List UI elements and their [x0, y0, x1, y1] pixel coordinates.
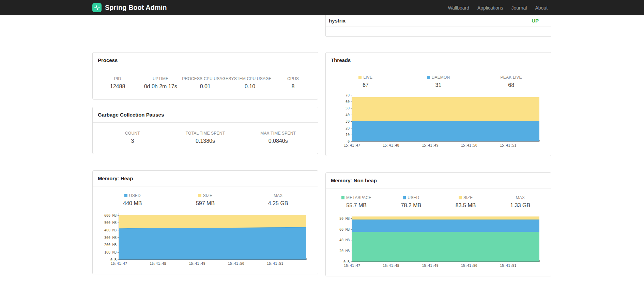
nav-link-wallboard[interactable]: Wallboard	[444, 5, 473, 11]
left-column: Process PID 12488 UPTIME 0d 0h 2m 17s PR…	[92, 52, 318, 274]
panel-title-process: Process	[93, 52, 318, 68]
nav-links: WallboardApplicationsJournalAbout	[444, 5, 552, 11]
gc-metrics: COUNT 3 TOTAL TIME SPENT 0.1380s MAX TIM…	[93, 123, 318, 154]
svg-text:70: 70	[346, 93, 350, 97]
metric: METASPACE 55.7 MB	[329, 195, 384, 209]
metric: SYSTEM CPU USAGE 0.10	[228, 76, 272, 90]
metric-label: USED	[403, 195, 419, 200]
metric: DAEMON 31	[402, 75, 475, 88]
metric-label: CPUS	[287, 76, 299, 81]
metric: USED 440 MB	[96, 193, 169, 207]
memory-nonheap-legend: METASPACE 55.7 MB USED 78.2 MB SIZE 83.5…	[326, 188, 551, 213]
svg-text:15:41:48: 15:41:48	[383, 264, 399, 268]
metric-value: 0.0840s	[269, 138, 288, 144]
metric: UPTIME 0d 0h 2m 17s	[139, 76, 182, 90]
metric-label: COUNT	[125, 131, 140, 136]
panel-memory-heap: Memory: Heap USED 440 MB SIZE 597 MB MAX…	[92, 170, 318, 274]
memory-heap-legend: USED 440 MB SIZE 597 MB MAX 4.25 GB	[93, 186, 318, 211]
metric: SIZE 83.5 MB	[439, 195, 493, 209]
nav-link-applications[interactable]: Applications	[473, 5, 507, 11]
metric-label: SIZE	[459, 195, 473, 200]
svg-text:0 B: 0 B	[110, 258, 117, 262]
metric-value: 55.7 MB	[346, 202, 367, 209]
metric-label: LIVE	[358, 75, 372, 80]
svg-text:15:41:49: 15:41:49	[422, 264, 438, 268]
svg-text:100 MB: 100 MB	[104, 250, 117, 254]
legend-swatch	[198, 194, 201, 197]
metric-value: 3	[131, 138, 134, 144]
svg-text:30: 30	[346, 120, 350, 123]
svg-text:400 MB: 400 MB	[104, 228, 117, 232]
metric-label: USED	[124, 193, 141, 198]
panel-title-threads: Threads	[326, 52, 551, 68]
nav-link-journal[interactable]: Journal	[507, 5, 531, 11]
svg-text:15:41:51: 15:41:51	[500, 264, 516, 268]
metric: MAX 4.25 GB	[242, 193, 315, 207]
svg-text:200 MB: 200 MB	[104, 243, 117, 247]
metric-label: SYSTEM CPU USAGE	[228, 76, 272, 81]
legend-swatch	[403, 196, 406, 199]
brand[interactable]: Spring Boot Admin	[92, 3, 167, 12]
metric-value: 597 MB	[196, 200, 215, 207]
metric-value: 68	[508, 82, 514, 88]
svg-text:50: 50	[346, 106, 350, 110]
svg-text:15:41:47: 15:41:47	[344, 264, 360, 268]
right-column: hystrix UP Threads LIVE 67 DAEMON 31 PEA…	[325, 15, 551, 276]
metric-label: MAX TIME SPENT	[260, 131, 296, 136]
panel-gc: Garbage Collection Pauses COUNT 3 TOTAL …	[92, 107, 318, 154]
metric-value: 1.33 GB	[510, 202, 531, 209]
panel-title-memory-nonheap: Memory: Non heap	[326, 173, 551, 188]
metric: PID 12488	[96, 76, 139, 90]
svg-text:20: 20	[346, 126, 350, 130]
metric: TOTAL TIME SPENT 0.1380s	[169, 131, 242, 144]
metric: COUNT 3	[96, 131, 169, 144]
panel-threads: Threads LIVE 67 DAEMON 31 PEAK LIVE 68 0…	[325, 52, 551, 156]
metric-value: 0.01	[200, 83, 211, 90]
metric-value: 440 MB	[123, 200, 142, 207]
memory-nonheap-svg: 0 B20 MB40 MB60 MB80 MB15:41:4715:41:481…	[331, 213, 547, 271]
legend-swatch	[358, 76, 362, 79]
metric-value: 0d 0h 2m 17s	[144, 83, 177, 90]
svg-text:15:41:49: 15:41:49	[422, 143, 438, 147]
metric-value: 8	[291, 83, 294, 90]
metric-label: MAX	[274, 193, 283, 198]
panel-service-status: hystrix UP	[325, 15, 551, 37]
threads-svg: 01020304050607015:41:4715:41:4815:41:491…	[331, 92, 547, 151]
metric-value: 0.1380s	[196, 138, 215, 144]
metric-label: SIZE	[198, 193, 212, 198]
metric-label: TOTAL TIME SPENT	[186, 131, 225, 136]
metric-label: MAX	[516, 195, 525, 200]
svg-text:15:41:49: 15:41:49	[189, 262, 205, 265]
svg-text:15:41:47: 15:41:47	[111, 262, 127, 265]
svg-text:60: 60	[346, 100, 350, 104]
metric-value: 0.10	[245, 83, 255, 90]
svg-text:60 MB: 60 MB	[339, 228, 350, 231]
memory-heap-svg: 0 B100 MB200 MB300 MB400 MB500 MB600 MB1…	[98, 211, 313, 269]
svg-text:15:41:48: 15:41:48	[383, 143, 399, 147]
memory-nonheap-chart: 0 B20 MB40 MB60 MB80 MB15:41:4715:41:481…	[326, 213, 551, 276]
metric-label: PEAK LIVE	[501, 75, 522, 80]
service-row[interactable]: hystrix UP	[326, 15, 551, 27]
metric-value: 78.2 MB	[401, 202, 421, 209]
svg-text:15:41:48: 15:41:48	[150, 262, 166, 265]
brand-title: Spring Boot Admin	[105, 4, 167, 12]
svg-text:15:41:47: 15:41:47	[344, 143, 360, 147]
metric-value: 12488	[110, 83, 125, 90]
panel-memory-nonheap: Memory: Non heap METASPACE 55.7 MB USED …	[325, 172, 551, 276]
svg-text:600 MB: 600 MB	[104, 214, 117, 217]
service-spacer	[326, 27, 551, 36]
threads-chart: 01020304050607015:41:4715:41:4815:41:491…	[326, 92, 551, 156]
threads-legend: LIVE 67 DAEMON 31 PEAK LIVE 68	[326, 68, 551, 92]
metric-value: 67	[363, 82, 369, 88]
nav-link-about[interactable]: About	[531, 5, 552, 11]
svg-text:0: 0	[348, 140, 350, 143]
navbar: Spring Boot Admin WallboardApplicationsJ…	[0, 0, 644, 15]
svg-text:15:41:50: 15:41:50	[228, 262, 244, 265]
brand-logo-icon	[92, 3, 102, 12]
svg-text:40: 40	[346, 113, 350, 117]
metric: LIVE 67	[329, 75, 402, 88]
svg-text:15:41:51: 15:41:51	[500, 143, 516, 147]
service-name: hystrix	[329, 18, 346, 24]
metric: SIZE 597 MB	[169, 193, 242, 207]
legend-swatch	[427, 76, 430, 79]
